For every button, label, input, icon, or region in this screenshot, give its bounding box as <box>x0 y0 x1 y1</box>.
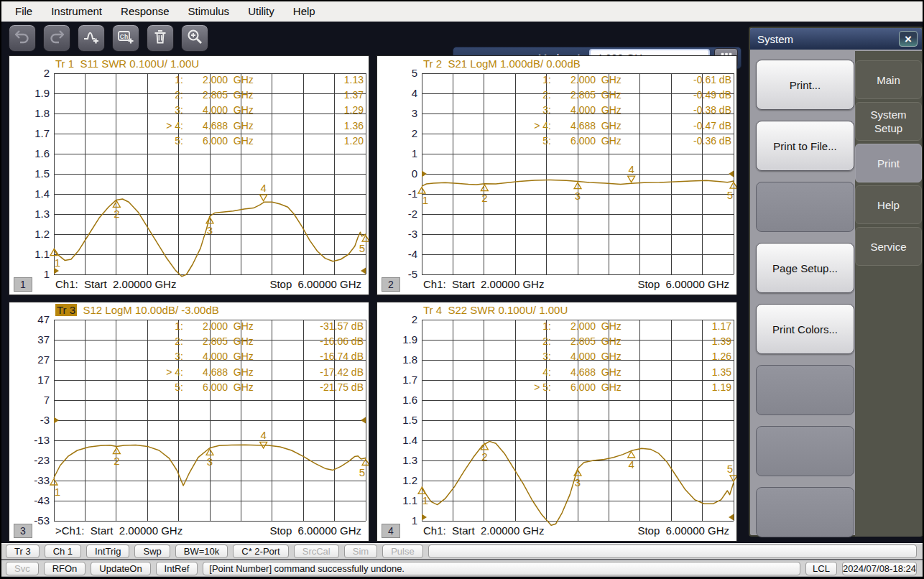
marker-frequency: 4.000 GHz <box>203 104 254 116</box>
softkey-blank <box>756 426 854 476</box>
close-icon[interactable]: × <box>899 31 918 47</box>
marker-value: -0.49 dB <box>693 89 731 101</box>
y-axis-label: 1.6 <box>9 147 50 161</box>
marker-value: -31.57 dB <box>320 320 364 332</box>
y-axis-label: 7 <box>9 393 50 407</box>
softkey-print-colors[interactable]: Print Colors... <box>756 304 854 354</box>
channel-badge-1[interactable]: 1 <box>14 277 32 292</box>
status-swp[interactable]: Swp <box>134 545 170 558</box>
add-channel-button[interactable]: Ch <box>112 24 139 52</box>
marker-value: 1.29 <box>344 104 364 116</box>
y-axis-label: 4 <box>377 86 417 101</box>
marker-number: > 4: <box>494 120 551 131</box>
marker-number: 3: <box>494 104 551 116</box>
marker-row: > 4:4.688 GHz-0.47 dB <box>422 120 734 135</box>
status-ch-1[interactable]: Ch 1 <box>45 545 81 558</box>
marker-frequency: 2.000 GHz <box>570 320 622 332</box>
add-trace-icon <box>83 28 100 48</box>
channel-badge-4[interactable]: 4 <box>382 524 400 538</box>
menu-utility[interactable]: Utility <box>239 1 284 22</box>
svg-text:1: 1 <box>55 486 60 498</box>
marker-value: 1.17 <box>712 320 731 332</box>
stimulus-start-label: Ch1: Start 2.00000 GHz <box>55 278 176 290</box>
plot-tr3: Tr 3 S12 LogM 10.00dB/ -3.00dB473727177-… <box>9 302 369 542</box>
status-sim: Sim <box>344 545 377 558</box>
stimulus-stop-label: Stop 6.00000 GHz <box>269 524 361 537</box>
status-tr-3[interactable]: Tr 3 <box>6 545 40 558</box>
y-axis-label: 1.2 <box>377 473 417 488</box>
status-bw-10k[interactable]: BW=10k <box>175 545 228 558</box>
tab-help[interactable]: Help <box>855 185 922 224</box>
channel-badge-3[interactable]: 3 <box>14 524 32 538</box>
tab-system-setup[interactable]: System Setup <box>855 102 922 141</box>
y-axis-label: -23 <box>9 453 50 468</box>
svg-text:5: 5 <box>727 463 733 475</box>
marker-frequency: 2.805 GHz <box>203 89 254 101</box>
y-axis-label: 1.8 <box>377 353 417 367</box>
tab-print[interactable]: Print <box>855 144 922 182</box>
add-trace-button[interactable] <box>78 24 105 52</box>
svg-text:5: 5 <box>359 466 365 478</box>
measurement-label: S22 SWR 0.100U/ 1.00U <box>442 304 568 316</box>
marker-row: 2:2.805 GHz-0.49 dB <box>422 89 734 104</box>
y-axis-label: 1.9 <box>9 86 50 101</box>
y-axis-label: 5 <box>377 66 417 80</box>
y-axis-label: 3 <box>377 106 417 121</box>
y-axis-label: 47 <box>9 312 50 327</box>
marker-frequency: 4.000 GHz <box>570 104 622 116</box>
marker-row: > 4:4.688 GHz1.36 <box>54 120 366 135</box>
y-axis-label: 1.1 <box>9 247 50 261</box>
marker-frequency: 4.688 GHz <box>203 366 254 378</box>
delete-button[interactable] <box>147 24 174 52</box>
softkey-blank <box>756 487 854 537</box>
stimulus-stop-label: Stop 6.00000 GHz <box>637 278 729 290</box>
marker-frequency: 2.000 GHz <box>203 74 254 85</box>
marker-row: 1:2.000 GHz1.13 <box>54 74 366 89</box>
status-intref[interactable]: IntRef <box>156 562 198 575</box>
channel-badge-2[interactable]: 2 <box>382 277 400 292</box>
menu-file[interactable]: File <box>6 1 42 22</box>
redo-icon <box>48 28 65 48</box>
measurement-label: S21 LogM 1.000dB/ 0.00dB <box>442 57 581 70</box>
marker-number: 2: <box>494 89 551 101</box>
status-lcl-indicator: LCL <box>805 562 837 575</box>
y-axis-label: -13 <box>9 433 50 448</box>
marker-frequency: 2.000 GHz <box>570 74 622 85</box>
menu-response[interactable]: Response <box>111 1 179 22</box>
marker-number: > 4: <box>126 366 183 378</box>
status-updateon[interactable]: UpdateOn <box>91 562 150 575</box>
marker-frequency: 4.688 GHz <box>570 120 622 131</box>
softkey-page-setup[interactable]: Page Setup... <box>756 243 854 293</box>
y-axis-label: 1.7 <box>9 126 50 141</box>
status-rfon[interactable]: RFOn <box>44 562 86 575</box>
tab-service[interactable]: Service <box>855 227 922 266</box>
marker-number: 2: <box>494 335 551 347</box>
y-axis-label: -2 <box>377 207 417 221</box>
tab-main[interactable]: Main <box>855 60 922 99</box>
marker-value: -21.75 dB <box>320 381 364 393</box>
status-inttrig[interactable]: IntTrig <box>86 545 129 558</box>
y-axis-label: 2 <box>9 66 50 80</box>
marker-value: -0.36 dB <box>693 135 731 147</box>
y-axis-label: -1 <box>377 187 417 201</box>
marker-row: 3:4.000 GHz1.29 <box>54 104 366 119</box>
y-axis-label: 2 <box>377 312 417 327</box>
y-axis-label: 1.1 <box>377 494 417 508</box>
menu-help[interactable]: Help <box>284 1 325 22</box>
y-axis-label: -33 <box>9 473 50 488</box>
marker-row: 5:6.000 GHz-21.75 dB <box>54 381 366 397</box>
marker-row: 5:6.000 GHz-0.36 dB <box>422 135 734 150</box>
marker-value: 1.19 <box>712 381 731 393</box>
marker-frequency: 4.688 GHz <box>570 366 622 378</box>
zoom-button[interactable] <box>181 24 208 52</box>
softkey-print-to-file[interactable]: Print to File... <box>756 121 854 171</box>
menu-instrument[interactable]: Instrument <box>42 1 111 22</box>
menu-stimulus[interactable]: Stimulus <box>179 1 239 22</box>
marker-row: 4:4.688 GHz1.35 <box>422 366 734 381</box>
softkey-blank <box>756 182 854 232</box>
svg-text:1: 1 <box>422 194 428 206</box>
y-axis-label: 1.5 <box>377 413 417 427</box>
status-c-2-port[interactable]: C* 2-Port <box>233 545 288 558</box>
trace-label: Tr 2 <box>423 57 442 70</box>
softkey-print[interactable]: Print... <box>756 60 854 110</box>
